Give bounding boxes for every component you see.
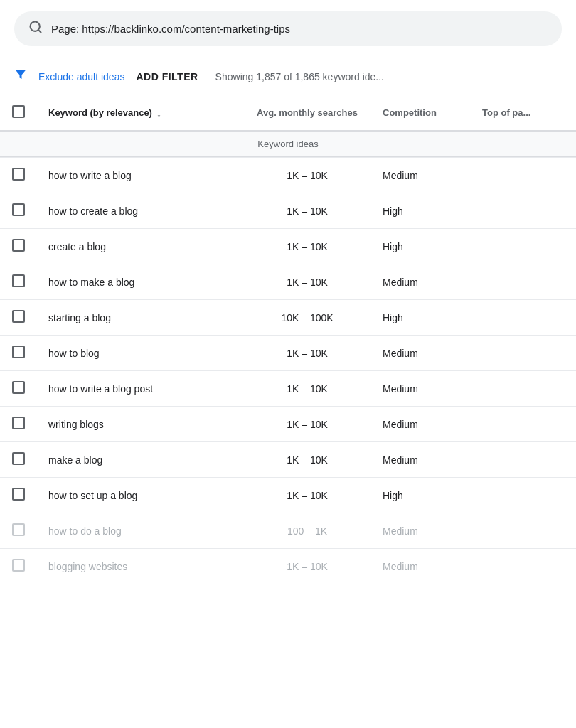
avg-searches-cell: 10K – 100K [243, 300, 371, 336]
top-of-page-cell [471, 442, 576, 478]
search-url-text: Page: https://backlinko.com/content-mark… [51, 23, 290, 35]
table-header-row: Keyword (by relevance) ↓ Avg. monthly se… [0, 95, 576, 131]
competition-cell: Medium [371, 336, 471, 371]
row-checkbox-cell[interactable] [0, 478, 37, 513]
search-bar[interactable]: Page: https://backlinko.com/content-mark… [14, 11, 562, 46]
table-row[interactable]: how to write a blog post1K – 10KMedium [0, 371, 576, 407]
table-row[interactable]: writing blogs1K – 10KMedium [0, 407, 576, 442]
row-checkbox[interactable] [12, 559, 25, 572]
avg-searches-cell: 1K – 10K [243, 478, 371, 513]
competition-column-header[interactable]: Competition [371, 95, 471, 131]
avg-searches-cell: 1K – 10K [243, 549, 371, 584]
search-icon [28, 20, 43, 38]
keyword-cell: blogging websites [37, 549, 243, 584]
sort-arrow-icon: ↓ [156, 107, 161, 119]
competition-cell: Medium [371, 158, 471, 193]
row-checkbox-cell[interactable] [0, 193, 37, 229]
row-checkbox-cell[interactable] [0, 442, 37, 478]
competition-cell: High [371, 478, 471, 513]
top-of-page-cell [471, 513, 576, 549]
select-all-checkbox[interactable] [12, 105, 25, 118]
row-checkbox-cell[interactable] [0, 229, 37, 264]
keyword-ideas-label: Keyword ideas [0, 132, 576, 157]
avg-searches-cell: 1K – 10K [243, 407, 371, 442]
keyword-column-header[interactable]: Keyword (by relevance) ↓ [37, 95, 243, 131]
top-of-page-cell [471, 229, 576, 264]
row-checkbox[interactable] [12, 203, 25, 216]
row-checkbox-cell[interactable] [0, 549, 37, 584]
row-checkbox[interactable] [12, 488, 25, 500]
competition-cell: Medium [371, 549, 471, 584]
keyword-cell: how to write a blog post [37, 371, 243, 407]
keyword-cell: create a blog [37, 229, 243, 264]
table-row[interactable]: create a blog1K – 10KHigh [0, 229, 576, 264]
top-of-page-cell [471, 549, 576, 584]
table-row[interactable]: how to do a blog100 – 1KMedium [0, 513, 576, 549]
avg-searches-cell: 100 – 1K [243, 513, 371, 549]
section-header-row: Keyword ideas [0, 131, 576, 158]
table-row[interactable]: how to write a blog1K – 10KMedium [0, 158, 576, 193]
competition-cell: High [371, 300, 471, 336]
filter-icon [14, 68, 27, 85]
avg-searches-cell: 1K – 10K [243, 264, 371, 300]
competition-cell: Medium [371, 442, 471, 478]
row-checkbox[interactable] [12, 523, 25, 536]
table-row[interactable]: blogging websites1K – 10KMedium [0, 549, 576, 584]
keyword-cell: make a blog [37, 442, 243, 478]
keyword-table: Keyword (by relevance) ↓ Avg. monthly se… [0, 95, 576, 584]
row-checkbox[interactable] [12, 168, 25, 181]
keyword-cell: how to do a blog [37, 513, 243, 549]
table-row[interactable]: how to blog1K – 10KMedium [0, 336, 576, 371]
top-of-page-cell [471, 336, 576, 371]
row-checkbox-cell[interactable] [0, 407, 37, 442]
row-checkbox-cell[interactable] [0, 336, 37, 371]
avg-searches-cell: 1K – 10K [243, 229, 371, 264]
top-of-page-cell [471, 300, 576, 336]
select-all-header[interactable] [0, 95, 37, 131]
table-row[interactable]: how to set up a blog1K – 10KHigh [0, 478, 576, 513]
keyword-cell: how to blog [37, 336, 243, 371]
row-checkbox[interactable] [12, 346, 25, 358]
top-of-page-cell [471, 193, 576, 229]
row-checkbox[interactable] [12, 310, 25, 323]
top-of-page-cell [471, 371, 576, 407]
row-checkbox-cell[interactable] [0, 300, 37, 336]
row-checkbox-cell[interactable] [0, 513, 37, 549]
table-row[interactable]: how to create a blog1K – 10KHigh [0, 193, 576, 229]
row-checkbox-cell[interactable] [0, 264, 37, 300]
competition-cell: High [371, 193, 471, 229]
showing-count-text: Showing 1,857 of 1,865 keyword ide... [215, 71, 384, 82]
avg-searches-cell: 1K – 10K [243, 371, 371, 407]
keyword-cell: how to make a blog [37, 264, 243, 300]
competition-cell: Medium [371, 371, 471, 407]
table-row[interactable]: make a blog1K – 10KMedium [0, 442, 576, 478]
keyword-cell: writing blogs [37, 407, 243, 442]
competition-cell: Medium [371, 264, 471, 300]
top-of-page-column-header[interactable]: Top of pa... [471, 95, 576, 131]
top-of-page-cell [471, 264, 576, 300]
add-filter-button[interactable]: ADD FILTER [136, 71, 198, 82]
row-checkbox[interactable] [12, 381, 25, 394]
top-of-page-cell [471, 478, 576, 513]
avg-searches-cell: 1K – 10K [243, 158, 371, 193]
avg-searches-cell: 1K – 10K [243, 442, 371, 478]
avg-monthly-column-header[interactable]: Avg. monthly searches [243, 95, 371, 131]
table-row[interactable]: how to make a blog1K – 10KMedium [0, 264, 576, 300]
row-checkbox[interactable] [12, 452, 25, 465]
competition-cell: High [371, 229, 471, 264]
row-checkbox-cell[interactable] [0, 158, 37, 193]
competition-cell: Medium [371, 513, 471, 549]
keyword-cell: starting a blog [37, 300, 243, 336]
top-of-page-cell [471, 158, 576, 193]
svg-line-1 [38, 30, 41, 33]
row-checkbox-cell[interactable] [0, 371, 37, 407]
table-row[interactable]: starting a blog10K – 100KHigh [0, 300, 576, 336]
keyword-cell: how to write a blog [37, 158, 243, 193]
exclude-adult-button[interactable]: Exclude adult ideas [38, 71, 124, 82]
top-of-page-cell [471, 407, 576, 442]
row-checkbox[interactable] [12, 417, 25, 429]
row-checkbox[interactable] [12, 239, 25, 252]
row-checkbox[interactable] [12, 274, 25, 287]
competition-cell: Medium [371, 407, 471, 442]
keyword-cell: how to create a blog [37, 193, 243, 229]
